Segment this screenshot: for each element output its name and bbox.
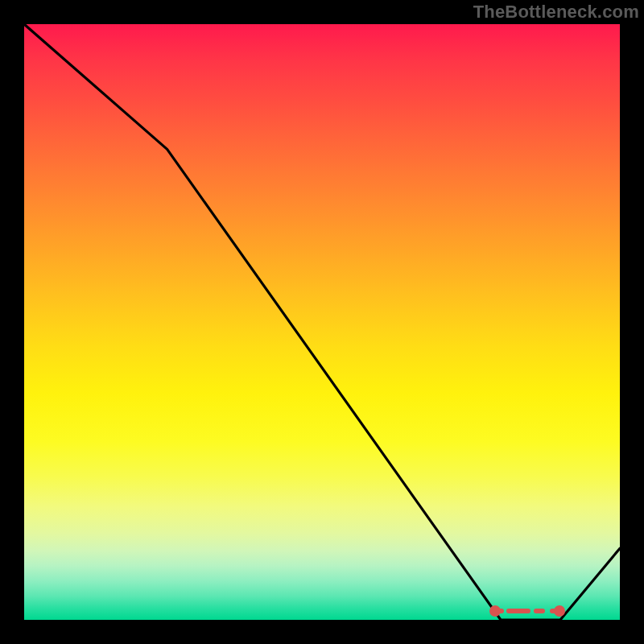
marker-dash <box>534 609 546 613</box>
marker-dot <box>489 605 501 617</box>
line-curve <box>24 24 620 620</box>
marker-dot <box>554 605 565 617</box>
chart-container: TheBottleneck.com <box>0 0 644 644</box>
watermark-text: TheBottleneck.com <box>473 2 639 23</box>
plot-area <box>24 24 620 620</box>
marker-dash <box>506 609 530 613</box>
